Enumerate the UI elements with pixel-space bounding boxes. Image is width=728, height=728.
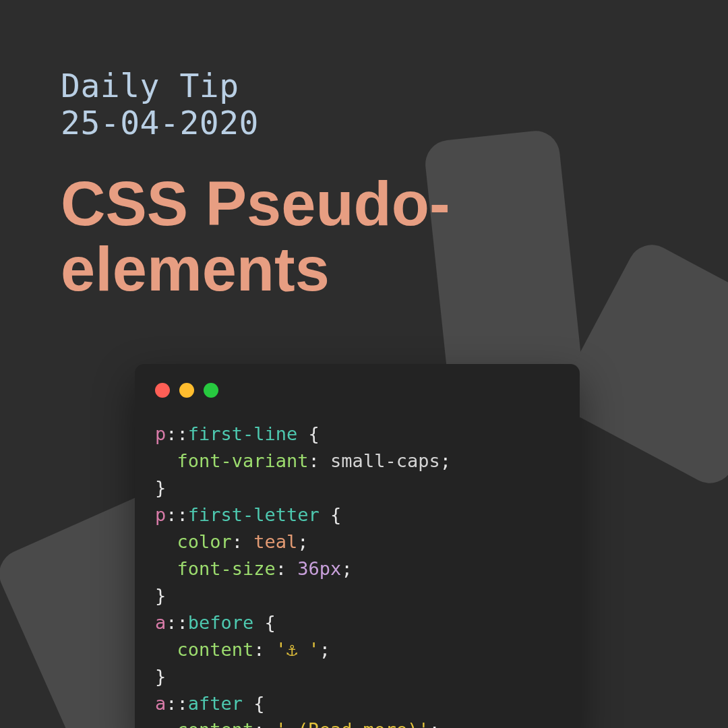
title-line2: elements — [61, 235, 330, 303]
code-token: font-size — [177, 558, 276, 579]
code-token: content — [177, 639, 254, 660]
code-token: ; — [297, 531, 308, 552]
code-token: first-letter — [188, 504, 320, 525]
code-token: { — [320, 504, 342, 525]
kicker-line2: 25-04-2020 — [61, 104, 259, 142]
code-token: teal — [253, 531, 297, 552]
kicker: Daily Tip 25-04-2020 — [61, 67, 450, 142]
code-token: small-caps — [330, 450, 440, 471]
code-token: ; — [341, 558, 352, 579]
code-token: } — [155, 477, 166, 498]
code-token: ' (Read more)' — [276, 719, 429, 728]
code-token: { — [297, 423, 320, 444]
kicker-line1: Daily Tip — [61, 67, 239, 104]
code-token: first-line — [188, 423, 298, 444]
code-token: p — [155, 504, 166, 525]
title-line1: CSS Pseudo- — [61, 169, 450, 238]
code-token: ; — [320, 639, 330, 660]
header: Daily Tip 25-04-2020 CSS Pseudo- element… — [61, 67, 450, 302]
code-token: '⚓ ' — [276, 639, 320, 660]
code-token — [155, 558, 177, 579]
code-token: after — [188, 693, 243, 714]
code-token: before — [188, 612, 254, 633]
close-icon — [155, 383, 170, 398]
code-token — [155, 531, 177, 552]
code-token: :: — [166, 612, 188, 633]
code-token: :: — [166, 693, 188, 714]
zoom-icon — [204, 383, 218, 398]
code-token: :: — [166, 504, 188, 525]
code-token: ; — [440, 450, 451, 471]
traffic-lights — [155, 383, 559, 398]
code-window: p::first-line { font-variant: small-caps… — [135, 364, 580, 728]
code-token: p — [155, 423, 166, 444]
code-token: : — [253, 719, 276, 728]
code-token: } — [155, 585, 166, 606]
code-token: :: — [166, 423, 188, 444]
page-title: CSS Pseudo- elements — [61, 171, 450, 301]
code-token: { — [253, 612, 276, 633]
code-token: ; — [429, 719, 439, 728]
code-token: : — [253, 639, 276, 660]
code-token: color — [177, 531, 232, 552]
code-token: : — [276, 558, 298, 579]
code-token: content — [177, 719, 254, 728]
code-token — [155, 450, 177, 471]
code-block: p::first-line { font-variant: small-caps… — [155, 421, 559, 728]
code-token: } — [155, 666, 166, 687]
code-token: : — [232, 531, 254, 552]
code-token: a — [155, 612, 166, 633]
code-token: { — [243, 693, 265, 714]
code-token — [155, 639, 177, 660]
code-token: : — [309, 450, 331, 471]
code-token: 36px — [297, 558, 341, 579]
code-token: a — [155, 693, 166, 714]
code-token: font-variant — [177, 450, 309, 471]
minimize-icon — [179, 383, 194, 398]
code-token — [155, 719, 177, 728]
